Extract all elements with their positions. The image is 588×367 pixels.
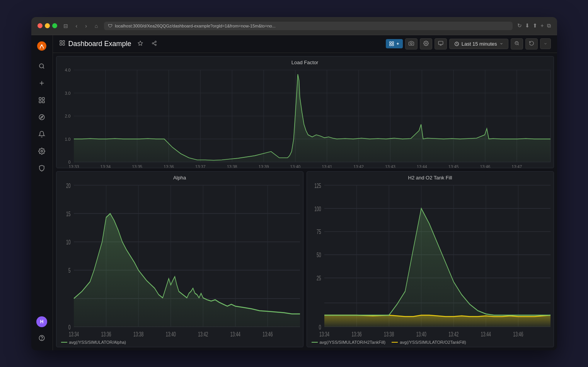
sidebar-item-shield[interactable] <box>34 160 49 176</box>
grid-view-icon <box>59 40 65 48</box>
svg-rect-20 <box>392 42 394 43</box>
shield-icon: 🛡 <box>108 23 112 29</box>
svg-text:0: 0 <box>68 323 70 331</box>
home-icon[interactable]: ⌂ <box>93 22 99 30</box>
svg-text:13:45: 13:45 <box>448 164 458 168</box>
legend-item-alpha: avg(/YSS/SIMULATOR/Alpha) <box>61 340 126 345</box>
svg-text:13:43: 13:43 <box>385 164 395 168</box>
app-logo[interactable] <box>36 40 48 52</box>
reload-icon[interactable]: ↻ <box>517 22 522 29</box>
traffic-lights <box>37 23 57 28</box>
add-panel-button[interactable] <box>386 39 403 48</box>
svg-text:13:44: 13:44 <box>481 330 491 338</box>
minimize-button[interactable] <box>45 23 50 28</box>
sidebar-item-alerts[interactable] <box>34 126 49 142</box>
svg-text:13:34: 13:34 <box>100 164 111 168</box>
svg-text:25: 25 <box>317 274 321 282</box>
svg-text:3.0: 3.0 <box>65 90 70 95</box>
panel-load-factor-title: Load Factor <box>56 56 554 67</box>
alpha-legend: avg(/YSS/SIMULATOR/Alpha) <box>56 338 303 347</box>
svg-rect-19 <box>389 42 391 43</box>
svg-marker-121 <box>324 208 551 326</box>
svg-point-7 <box>39 114 44 120</box>
new-tab-icon[interactable]: + <box>540 22 544 29</box>
user-avatar[interactable]: H <box>36 316 47 327</box>
svg-point-17 <box>152 43 153 44</box>
svg-rect-13 <box>60 43 62 45</box>
chart-h2-o2: 125 100 75 50 25 0 13:34 13:36 13:38 13 <box>307 182 554 338</box>
svg-text:5: 5 <box>68 266 70 274</box>
svg-text:0: 0 <box>68 160 70 164</box>
svg-point-2 <box>39 64 44 68</box>
refresh-dropdown-button[interactable] <box>540 38 551 49</box>
sidebar-item-add[interactable] <box>34 75 49 91</box>
svg-text:13:40: 13:40 <box>290 164 300 168</box>
svg-marker-15 <box>138 41 143 45</box>
share-browser-icon[interactable]: ⬆ <box>533 22 537 29</box>
close-button[interactable] <box>37 23 43 28</box>
svg-text:50: 50 <box>317 251 321 258</box>
dashboard-area: Load Factor <box>53 53 557 350</box>
svg-text:13:39: 13:39 <box>258 164 269 168</box>
svg-text:13:35: 13:35 <box>132 164 142 168</box>
legend-item-h2: avg(/YSS/SIMULATOR/H2TankFill) <box>312 340 386 345</box>
dashboard-title: Dashboard Example <box>59 40 131 48</box>
refresh-button[interactable] <box>525 38 538 50</box>
svg-point-23 <box>410 43 412 44</box>
time-range-picker[interactable]: Last 15 minutes <box>449 39 508 49</box>
svg-text:75: 75 <box>317 228 321 235</box>
svg-rect-21 <box>389 44 391 46</box>
tabs-icon[interactable]: ⧉ <box>547 22 551 29</box>
sidebar-item-search[interactable] <box>34 58 49 74</box>
svg-text:4.0: 4.0 <box>65 68 70 72</box>
svg-text:13:41: 13:41 <box>322 164 332 168</box>
svg-text:13:47: 13:47 <box>511 164 522 168</box>
address-bar[interactable]: 🛡 localhost:3000/d/Xea26QQGz/dashboard-e… <box>104 22 513 30</box>
panel-h2-o2: H2 and O2 Tank Fill <box>307 171 554 347</box>
svg-text:13:44: 13:44 <box>417 164 427 168</box>
topbar-left: Dashboard Example <box>59 39 159 49</box>
svg-text:13:46: 13:46 <box>513 330 523 338</box>
svg-rect-4 <box>43 97 44 99</box>
dashboard-settings-button[interactable] <box>420 38 432 50</box>
svg-rect-25 <box>438 41 443 44</box>
sidebar-item-help[interactable] <box>34 330 49 346</box>
maximize-button[interactable] <box>52 23 57 28</box>
sidebar-item-explore[interactable] <box>34 109 49 125</box>
sidebar-item-dashboards[interactable] <box>34 92 49 108</box>
svg-text:13:37: 13:37 <box>195 164 206 168</box>
sidebar: H <box>31 35 53 350</box>
svg-rect-12 <box>63 41 65 43</box>
svg-text:20: 20 <box>66 182 71 189</box>
snapshot-button[interactable] <box>405 38 418 50</box>
download-icon[interactable]: ⬇ <box>525 22 530 29</box>
svg-rect-5 <box>39 101 41 102</box>
svg-text:13:38: 13:38 <box>384 330 394 338</box>
svg-text:13:34: 13:34 <box>319 330 329 338</box>
svg-text:13:36: 13:36 <box>351 330 361 338</box>
sidebar-item-settings[interactable] <box>34 143 49 159</box>
tv-mode-button[interactable] <box>435 38 447 50</box>
svg-text:100: 100 <box>314 205 321 212</box>
svg-text:13:42: 13:42 <box>353 164 364 168</box>
svg-text:15: 15 <box>66 210 71 217</box>
h2-o2-legend: avg(/YSS/SIMULATOR/H2TankFill) avg(/YSS/… <box>307 338 554 347</box>
back-button[interactable]: ‹ <box>74 22 79 30</box>
chart-load-factor: 4.0 3.0 2.0 1.0 0 13:33 13:34 13:35 13:3… <box>56 67 554 168</box>
favorite-icon[interactable] <box>135 39 145 49</box>
svg-text:13:38: 13:38 <box>133 330 143 338</box>
svg-text:13:44: 13:44 <box>230 330 240 338</box>
legend-item-o2: avg(/YSS/SIMULATOR/O2TankFill) <box>392 340 466 345</box>
browser-chrome: ⊟ ‹ › ⌂ 🛡 localhost:3000/d/Xea26QQGz/das… <box>31 17 557 35</box>
app-body: H <box>31 35 557 350</box>
sidebar-toggle-icon[interactable]: ⊟ <box>62 22 70 30</box>
svg-text:0: 0 <box>319 323 321 331</box>
svg-point-18 <box>155 44 156 46</box>
svg-text:125: 125 <box>314 182 321 189</box>
svg-point-24 <box>425 43 427 44</box>
svg-text:13:46: 13:46 <box>262 330 273 338</box>
zoom-out-button[interactable] <box>511 38 523 50</box>
share-dashboard-icon[interactable] <box>149 39 159 49</box>
forward-button[interactable]: › <box>84 22 89 30</box>
svg-text:10: 10 <box>66 238 71 246</box>
